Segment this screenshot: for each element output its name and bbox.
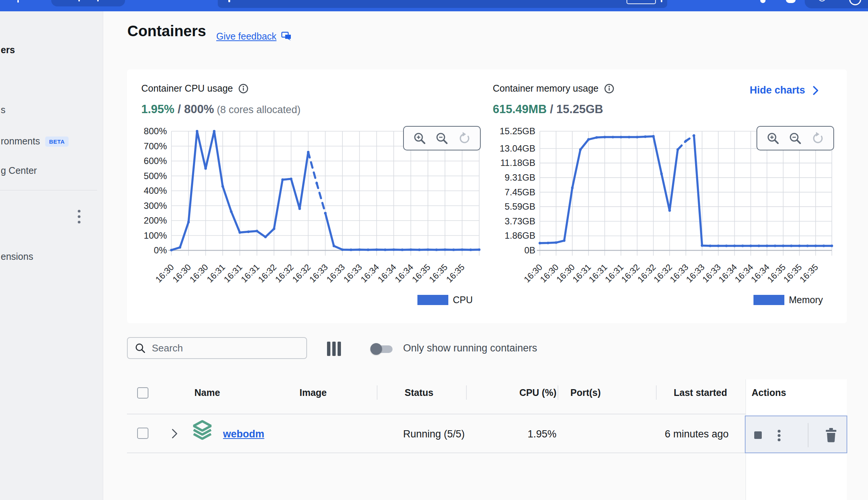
svg-text:700%: 700% (144, 141, 167, 151)
svg-text:7.45GB: 7.45GB (505, 187, 535, 197)
cpu-usage-chart: 0%100%200%300%400%500%600%700%800%16:301… (136, 124, 481, 313)
gear-icon[interactable] (786, 0, 796, 3)
svg-text:16:35: 16:35 (765, 262, 787, 284)
svg-text:300%: 300% (144, 201, 167, 211)
zoom-in-icon[interactable] (413, 132, 426, 145)
docker-desktop-window: ers s ronmentsBETA g Center ensions Cont… (0, 0, 868, 500)
cpu-chart-zoom-controls (403, 126, 481, 150)
svg-text:0%: 0% (154, 245, 167, 255)
svg-text:16:34: 16:34 (717, 262, 739, 284)
svg-text:16:35: 16:35 (444, 262, 466, 284)
sidebar-item-containers[interactable]: ers (1, 44, 15, 55)
svg-text:16:34: 16:34 (749, 262, 771, 284)
search-input[interactable] (151, 342, 296, 354)
sidebar-item-images[interactable]: s (1, 104, 6, 115)
legend-label: Memory (789, 294, 823, 305)
svg-text:16:33: 16:33 (307, 262, 330, 284)
svg-text:16:30: 16:30 (153, 262, 176, 284)
svg-text:16:32: 16:32 (273, 262, 295, 284)
give-feedback-link[interactable]: Give feedback (216, 31, 277, 42)
svg-text:16:32: 16:32 (256, 262, 278, 284)
svg-text:16:32: 16:32 (290, 262, 313, 284)
running-only-toggle[interactable] (370, 342, 394, 357)
cpu-usage-limit: / 800% (174, 103, 214, 116)
cpu-chart-title: Container CPU usage (141, 83, 233, 94)
account-pill[interactable] (805, 0, 868, 8)
row-kebab-menu-icon[interactable] (777, 429, 781, 442)
info-icon[interactable] (238, 83, 249, 94)
compose-stack-icon (192, 420, 212, 441)
global-search-bar[interactable] (218, 0, 667, 8)
svg-text:3.73GB: 3.73GB (505, 216, 535, 226)
svg-text:16:33: 16:33 (668, 262, 690, 284)
stop-container-icon[interactable] (754, 431, 762, 439)
row-actions-cell (745, 416, 847, 453)
zoom-out-icon[interactable] (435, 132, 449, 145)
svg-text:16:32: 16:32 (619, 262, 642, 284)
reset-zoom-icon (811, 132, 825, 145)
container-name-cell: webodm (223, 428, 264, 440)
svg-text:16:32: 16:32 (652, 262, 674, 284)
info-icon[interactable] (604, 83, 614, 94)
select-all-checkbox[interactable] (137, 387, 148, 399)
reset-zoom-icon (458, 132, 471, 145)
memory-chart-zoom-controls (756, 126, 834, 150)
search-icon (134, 342, 146, 354)
titlebar-tab-pill[interactable] (51, 0, 125, 6)
svg-text:500%: 500% (144, 171, 167, 181)
svg-text:16:31: 16:31 (587, 262, 609, 284)
row-border (127, 452, 746, 453)
chevron-right-icon (812, 85, 819, 96)
cpu-cores-note: (8 cores allocated) (214, 104, 301, 116)
svg-text:16:33: 16:33 (324, 262, 347, 284)
column-header-ports[interactable]: Port(s) (570, 387, 601, 398)
column-header-actions: Actions (752, 387, 786, 398)
column-separator (466, 385, 467, 400)
svg-text:16:30: 16:30 (188, 262, 210, 284)
svg-text:16:34: 16:34 (376, 262, 398, 284)
zoom-in-icon[interactable] (766, 132, 780, 145)
memory-usage-chart: 0B1.86GB3.73GB5.59GB7.45GB9.31GB11.18GB1… (490, 124, 834, 313)
column-header-image[interactable]: Image (300, 387, 327, 398)
actions-divider (808, 423, 808, 447)
sidebar-item-extensions[interactable]: ensions (1, 251, 33, 262)
feedback-icon (281, 31, 292, 42)
delete-container-icon[interactable] (825, 428, 837, 442)
legend-swatch (753, 295, 784, 305)
svg-text:400%: 400% (144, 186, 167, 196)
column-settings-icon[interactable] (327, 341, 342, 356)
svg-text:16:33: 16:33 (684, 262, 706, 284)
column-header-name[interactable]: Name (194, 387, 220, 398)
memory-chart-title: Container memory usage (493, 83, 599, 94)
sidebar: ers s ronmentsBETA g Center ensions (0, 11, 103, 500)
svg-text:0B: 0B (524, 245, 535, 255)
legend-label: CPU (453, 294, 473, 305)
memory-usage-limit: / 15.25GB (547, 103, 603, 116)
kebab-menu-icon[interactable] (77, 209, 81, 225)
search-shortcut-hint (627, 0, 656, 4)
svg-text:11.18GB: 11.18GB (500, 158, 535, 168)
notifications-icon[interactable] (760, 0, 766, 3)
sidebar-item-dev-environments[interactable]: ronmentsBETA (1, 136, 69, 147)
svg-text:16:30: 16:30 (538, 262, 561, 284)
avatar[interactable] (849, 0, 861, 5)
svg-text:16:30: 16:30 (555, 262, 577, 284)
column-header-cpu[interactable]: CPU (%) (500, 387, 556, 398)
expand-row-chevron-icon[interactable] (171, 428, 178, 439)
sidebar-item-learning-center[interactable]: g Center (1, 165, 37, 176)
container-name-link[interactable]: webodm (223, 428, 264, 440)
row-checkbox[interactable] (137, 428, 148, 439)
svg-text:1.86GB: 1.86GB (505, 230, 535, 241)
svg-text:800%: 800% (144, 126, 167, 136)
container-status-cell: Running (5/5) (403, 428, 465, 440)
hide-charts-label: Hide charts (750, 84, 805, 96)
svg-text:16:35: 16:35 (410, 262, 432, 284)
svg-text:16:34: 16:34 (393, 262, 415, 284)
column-header-status[interactable]: Status (405, 387, 433, 398)
container-search-box[interactable] (127, 337, 307, 359)
zoom-out-icon[interactable] (789, 132, 802, 145)
svg-text:16:33: 16:33 (342, 262, 364, 284)
page-title: Containers (127, 23, 206, 40)
column-header-last-started[interactable]: Last started (652, 387, 727, 398)
hide-charts-button[interactable]: Hide charts (750, 84, 819, 96)
